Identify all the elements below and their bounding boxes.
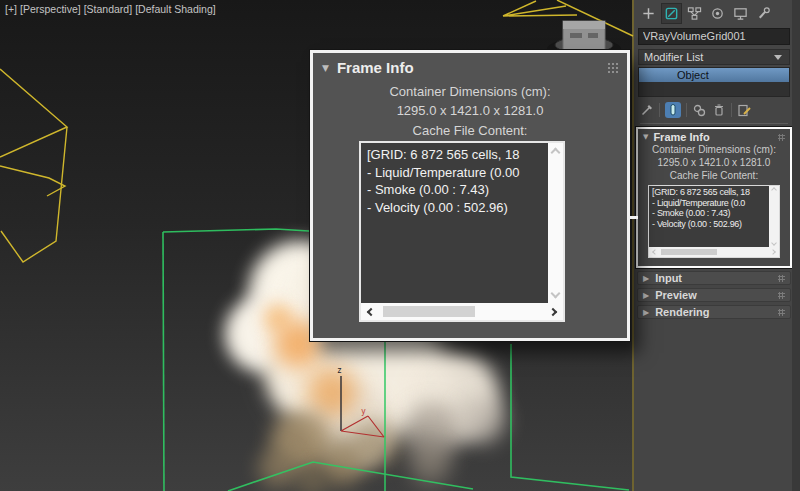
scroll-up-icon[interactable] (771, 187, 777, 193)
viewport-menu-renderer[interactable]: [Standard] (84, 3, 132, 15)
cache-line: - Velocity (0.00 : 502.96) (652, 219, 766, 230)
show-end-result-icon[interactable] (665, 102, 681, 118)
panel-scrollbar[interactable] (792, 0, 800, 491)
object-name-field[interactable] (638, 28, 790, 45)
grid-handle-icon (778, 275, 785, 282)
container-dimensions-value: 1295.0 x 1421.0 x 1281.0 (638, 156, 790, 169)
rollout-label: Preview (655, 289, 697, 301)
frame-info-popup-header[interactable]: ▼ Frame Info (313, 53, 627, 76)
cache-line: - Liquid/Temperature (0.0 (652, 198, 766, 209)
cache-line: - Smoke (0.00 : 7.43) (367, 181, 542, 199)
viewport-menu-pov[interactable]: [Perspective] (20, 3, 81, 15)
stack-item-object[interactable]: Object (639, 68, 789, 82)
rollout-rendering[interactable]: ▶ Rendering (637, 305, 791, 319)
modifier-list-label: Modifier List (644, 51, 703, 63)
axis-z-label: z (337, 366, 342, 375)
grid-handle-icon (778, 292, 785, 299)
pin-stack-icon[interactable] (640, 103, 654, 117)
scroll-left-icon[interactable] (367, 307, 375, 315)
frame-info-rollout[interactable]: ▼ Frame Info Container Dimensions (cm): … (636, 127, 792, 268)
application-window: [+] [Perspective] [Standard] [Default Sh… (0, 0, 800, 491)
toolbar-separator (659, 103, 660, 117)
axis-gizmo[interactable]: z y (337, 366, 384, 437)
popup-title: Frame Info (337, 59, 414, 76)
scrollbar-thumb[interactable] (661, 249, 717, 255)
cache-line: [GRID: 6 872 565 cells, 18 (652, 187, 766, 198)
scroll-down-icon[interactable] (771, 240, 777, 246)
scrollbar-thumb[interactable] (383, 306, 475, 317)
grid-handle-icon[interactable] (607, 62, 618, 73)
vertical-scrollbar[interactable] (769, 186, 779, 247)
grid-handle-icon[interactable] (778, 134, 785, 141)
rollout-label: Input (655, 272, 682, 284)
viewport-menu-general[interactable]: [+] (5, 3, 17, 15)
rollout-separator[interactable] (640, 123, 788, 124)
scroll-right-icon[interactable] (770, 249, 776, 255)
utilities-icon[interactable] (754, 4, 773, 23)
container-dimensions-label: Container Dimensions (cm): (638, 143, 790, 156)
vertical-scrollbar[interactable] (548, 143, 563, 303)
chevron-down-icon (774, 55, 782, 60)
cache-content-listbox[interactable]: [GRID: 6 872 565 cells, 18 - Liquid/Temp… (359, 141, 565, 322)
rollout-input[interactable]: ▶ Input (637, 271, 791, 285)
viewport-label: [+] [Perspective] [Standard] [Default Sh… (5, 3, 216, 15)
expander-icon: ▶ (643, 308, 649, 317)
scroll-up-icon[interactable] (551, 148, 561, 158)
popup-connector-line (628, 216, 638, 219)
container-dimensions-value: 1295.0 x 1421.0 x 1281.0 (313, 103, 627, 118)
expander-icon: ▶ (643, 274, 649, 283)
axis-y-label: y (361, 407, 366, 416)
hierarchy-icon[interactable] (685, 4, 704, 23)
frame-info-popup[interactable]: ▼ Frame Info Container Dimensions (cm): … (310, 50, 630, 341)
make-unique-icon[interactable] (692, 103, 707, 118)
scroll-down-icon[interactable] (551, 289, 561, 299)
horizontal-scrollbar[interactable] (649, 247, 779, 257)
cache-content-listbox[interactable]: [GRID: 6 872 565 cells, 18 - Liquid/Temp… (648, 185, 780, 258)
modifier-list-dropdown[interactable]: Modifier List (638, 49, 790, 65)
display-icon[interactable] (731, 4, 750, 23)
modify-icon[interactable] (662, 4, 681, 23)
remove-modifier-icon[interactable] (712, 103, 726, 117)
rollout-title: Frame Info (653, 131, 709, 143)
viewport-menu-shading[interactable]: [Default Shading] (135, 3, 216, 15)
modifier-stack[interactable]: Object (638, 67, 790, 97)
cache-content-list[interactable]: [GRID: 6 872 565 cells, 18 - Liquid/Temp… (361, 143, 548, 303)
command-panel-tabs (639, 2, 773, 24)
motion-icon[interactable] (708, 4, 727, 23)
rollout-preview[interactable]: ▶ Preview (637, 288, 791, 302)
modifier-stack-toolbar (640, 100, 790, 120)
configure-modifier-sets-icon[interactable] (737, 103, 752, 118)
toolbar-separator (686, 103, 687, 117)
cache-line: - Liquid/Temperature (0.00 (367, 164, 542, 182)
scroll-right-icon[interactable] (549, 307, 557, 315)
expander-icon[interactable]: ▼ (643, 133, 648, 141)
cache-line: - Smoke (0.00 : 7.43) (652, 208, 766, 219)
grid-handle-icon (778, 309, 785, 316)
expander-icon: ▶ (643, 291, 649, 300)
scroll-left-icon[interactable] (652, 249, 658, 255)
container-dimensions-label: Container Dimensions (cm): (313, 84, 627, 99)
cache-file-content-label: Cache File Content: (313, 123, 627, 138)
frame-info-rollout-header[interactable]: ▼ Frame Info (638, 129, 790, 143)
toolbar-separator (731, 103, 732, 117)
cache-line: - Velocity (0.00 : 502.96) (367, 199, 542, 217)
horizontal-scrollbar[interactable] (361, 303, 563, 320)
rollout-label: Rendering (655, 306, 709, 318)
expander-icon[interactable]: ▼ (322, 63, 329, 73)
cache-line: [GRID: 6 872 565 cells, 18 (367, 146, 542, 164)
create-icon[interactable] (639, 4, 658, 23)
command-panel: Modifier List Object (636, 0, 800, 491)
cache-content-list[interactable]: [GRID: 6 872 565 cells, 18 - Liquid/Temp… (649, 186, 769, 247)
cache-file-content-label: Cache File Content: (638, 169, 790, 182)
